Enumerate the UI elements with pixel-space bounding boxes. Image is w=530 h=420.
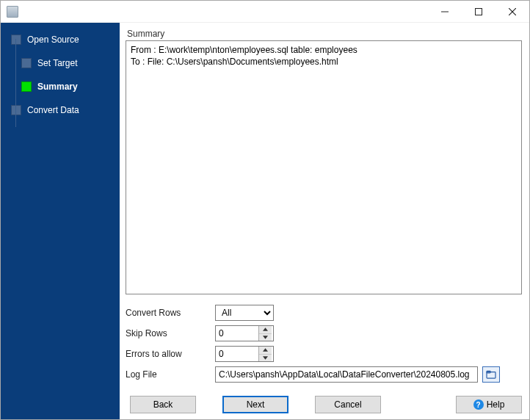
svg-marker-6 — [263, 349, 268, 352]
step-label: Set Target — [37, 58, 77, 68]
errors-allow-spinner[interactable] — [215, 346, 274, 362]
help-button[interactable]: ? Help — [456, 396, 522, 413]
row-errors-allow: Errors to allow — [126, 346, 522, 362]
row-convert-rows: Convert Rows All — [126, 305, 522, 321]
svg-marker-7 — [263, 356, 268, 359]
help-icon: ? — [473, 399, 484, 410]
log-file-input[interactable] — [215, 366, 478, 383]
app-icon — [7, 6, 18, 18]
step-convert-data[interactable]: Convert Data — [1, 102, 120, 118]
svg-marker-5 — [263, 336, 268, 338]
summary-text[interactable]: From : E:\work\temp\nton\employees.sql t… — [126, 40, 522, 294]
step-label: Convert Data — [27, 105, 79, 115]
svg-rect-1 — [476, 8, 482, 15]
main-panel: Summary From : E:\work\temp\nton\employe… — [120, 23, 529, 419]
cancel-button[interactable]: Cancel — [315, 396, 381, 413]
content-area: Open Source Set Target Summary Convert D… — [1, 23, 529, 419]
step-marker-icon — [11, 35, 21, 45]
convert-rows-label: Convert Rows — [126, 308, 215, 318]
next-button[interactable]: Next — [222, 396, 288, 413]
skip-rows-spinner[interactable] — [215, 325, 274, 341]
step-label: Open Source — [27, 35, 79, 45]
close-button[interactable] — [495, 1, 529, 23]
options-form: Convert Rows All Skip Rows Errors to all… — [126, 305, 522, 387]
step-marker-icon — [21, 58, 32, 68]
summary-group-label: Summary — [127, 29, 522, 39]
row-log-file: Log File — [126, 366, 522, 383]
browse-log-button[interactable] — [482, 366, 500, 383]
spin-down-button[interactable] — [259, 334, 272, 341]
skip-rows-input[interactable] — [216, 326, 258, 341]
wizard-sidebar: Open Source Set Target Summary Convert D… — [1, 23, 120, 419]
errors-allow-input[interactable] — [216, 347, 258, 361]
log-file-label: Log File — [126, 369, 215, 380]
spin-up-button[interactable] — [259, 326, 272, 334]
convert-rows-select[interactable]: All — [215, 305, 274, 321]
back-button[interactable]: Back — [130, 396, 196, 413]
skip-rows-label: Skip Rows — [126, 328, 215, 338]
minimize-button[interactable] — [428, 1, 462, 23]
step-marker-icon — [21, 82, 32, 92]
maximize-button[interactable] — [462, 1, 495, 23]
step-marker-icon — [11, 105, 21, 115]
button-bar: Back Next Cancel ? Help — [126, 396, 522, 413]
row-skip-rows: Skip Rows — [126, 325, 522, 341]
svg-marker-4 — [263, 328, 268, 331]
step-summary[interactable]: Summary — [1, 79, 120, 95]
step-set-target[interactable]: Set Target — [1, 55, 120, 71]
spin-down-button[interactable] — [259, 355, 272, 362]
step-open-source[interactable]: Open Source — [1, 32, 120, 48]
titlebar — [1, 1, 529, 23]
step-label: Summary — [37, 82, 78, 92]
spin-up-button[interactable] — [259, 347, 272, 355]
errors-allow-label: Errors to allow — [126, 349, 215, 359]
